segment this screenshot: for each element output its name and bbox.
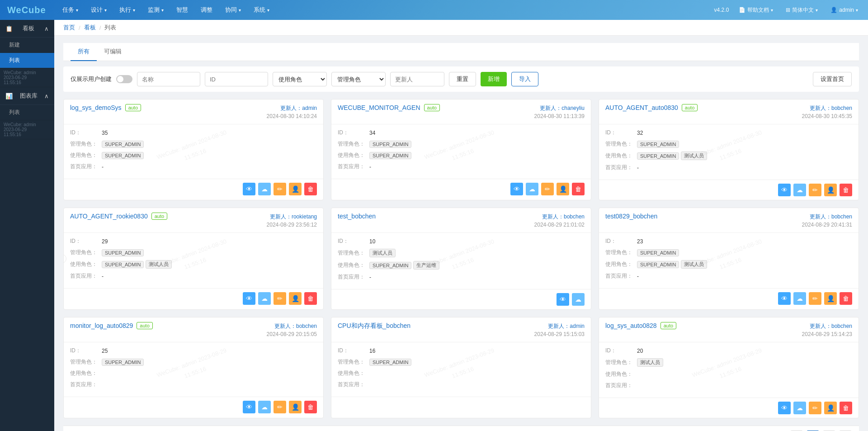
- card-3-delete-btn[interactable]: 🗑: [840, 184, 852, 196]
- sidebar-item-list[interactable]: 列表: [0, 53, 54, 68]
- card-1-cloud-btn[interactable]: ☁: [258, 183, 271, 195]
- sidebar-item-new[interactable]: 新建: [0, 38, 54, 53]
- main-layout: 📋 看板 ∧ 新建 列表 WeCube: admin2023-06-2911:5…: [0, 20, 868, 431]
- card-6-view-btn[interactable]: 👁: [778, 292, 791, 305]
- card-5-title[interactable]: test_bobchen: [338, 213, 376, 220]
- nav-item-task[interactable]: 任务 ▾: [57, 4, 84, 16]
- lang-chevron: ▾: [816, 8, 818, 13]
- card-2-edit-btn[interactable]: ✏: [541, 183, 554, 195]
- use-role-filter-select[interactable]: 使用角色: [273, 72, 327, 86]
- nav-item-design[interactable]: 设计 ▾: [85, 4, 112, 16]
- card-1-delete-btn[interactable]: 🗑: [304, 183, 317, 195]
- card-9-title[interactable]: log_sys_auto0828: [605, 322, 657, 329]
- card-2-view-btn[interactable]: 👁: [510, 183, 523, 195]
- card-6-title[interactable]: test0829_bobchen: [605, 213, 657, 220]
- card-1-title[interactable]: log_sys_demoSys: [70, 104, 122, 111]
- lang-icon: ⊞: [786, 7, 790, 13]
- card-3-user-btn[interactable]: 👤: [824, 184, 837, 196]
- card-9-title-row: log_sys_auto0828 auto: [605, 322, 676, 329]
- card-3-edit-btn[interactable]: ✏: [809, 184, 821, 196]
- card-8-field-use: 使用角色：: [338, 369, 585, 377]
- sidebar-watermark-2: WeCube: admin2023-06-2911:55:16: [0, 120, 54, 139]
- id-filter-input[interactable]: [205, 72, 268, 86]
- reset-button[interactable]: 重置: [449, 72, 476, 86]
- manage-role-filter-select[interactable]: 管理角色: [331, 72, 386, 86]
- card-7-view-btn[interactable]: 👁: [243, 401, 255, 413]
- card-4-view-btn[interactable]: 👁: [243, 292, 255, 305]
- card-1-edit-btn[interactable]: ✏: [274, 183, 286, 195]
- card-9-user-btn[interactable]: 👤: [824, 402, 837, 414]
- user-only-toggle[interactable]: [116, 75, 132, 83]
- sidebar-watermark-1: WeCube: admin2023-06-2911:55:16: [0, 68, 54, 87]
- card-6-body: ID： 23 管理角色： SUPER_ADMIN 使用角色： SUPER_ADM…: [599, 233, 859, 288]
- card-3-footer: 👁 ☁ ✏ 👤 🗑: [599, 180, 859, 200]
- card-3-title[interactable]: AUTO_AGENT_auto0830: [605, 104, 678, 111]
- card-6-meta: 更新人：bobchen 2024-08-29 20:41:31: [802, 213, 852, 229]
- nav-item-system[interactable]: 系统 ▾: [248, 4, 275, 16]
- nav-item-adjust[interactable]: 调整: [195, 4, 218, 16]
- nav-item-wisdom[interactable]: 智慧: [171, 4, 193, 16]
- nav-item-monitor[interactable]: 监测 ▾: [142, 4, 169, 16]
- card-7-cloud-btn[interactable]: ☁: [258, 401, 271, 413]
- card-9-delete-btn[interactable]: 🗑: [840, 402, 852, 414]
- card-9-edit-btn[interactable]: ✏: [809, 402, 821, 414]
- tab-all[interactable]: 所有: [71, 43, 97, 61]
- sidebar-item-charts-list[interactable]: 列表: [0, 105, 54, 120]
- card-2-delete-btn[interactable]: 🗑: [572, 183, 585, 195]
- card-4-title-row: AUTO_AGENT_rookie0830 auto: [70, 213, 167, 220]
- card-6-delete-btn[interactable]: 🗑: [840, 292, 852, 305]
- card-5-view-btn[interactable]: 👁: [557, 293, 569, 306]
- card-4-user-btn[interactable]: 👤: [289, 292, 302, 305]
- card-6-edit-btn[interactable]: ✏: [809, 292, 821, 305]
- card-7-body: ID： 25 管理角色： SUPER_ADMIN 使用角色： 首页应用：: [64, 342, 323, 397]
- import-button[interactable]: 导入: [511, 72, 538, 86]
- card-8-title[interactable]: CPU和内存看板_bobchen: [338, 322, 410, 330]
- logo: WeCube: [7, 5, 46, 15]
- card-3-cloud-btn[interactable]: ☁: [793, 184, 806, 196]
- card-6-user-btn[interactable]: 👤: [824, 292, 837, 305]
- card-7-title[interactable]: monitor_log_auto0829: [70, 322, 133, 329]
- card-1-update-time: 2024-08-30 14:10:24: [267, 112, 317, 120]
- card-9: WeCube: admin 2023-08-2911:55:16 log_sys…: [599, 317, 859, 418]
- nav-item-collab[interactable]: 协同 ▾: [220, 4, 246, 16]
- updater-filter-input[interactable]: [390, 72, 444, 86]
- nav-item-execute[interactable]: 执行 ▾: [114, 4, 141, 16]
- new-button[interactable]: 新增: [481, 72, 507, 86]
- card-8-update-time: 2024-08-29 15:15:03: [534, 330, 585, 338]
- card-7-delete-btn[interactable]: 🗑: [304, 401, 317, 413]
- card-6-field-mgr: 管理角色： SUPER_ADMIN: [605, 249, 852, 256]
- lang-btn[interactable]: ⊞ 简体中文 ▾: [783, 5, 821, 15]
- help-docs-btn[interactable]: 📄 帮助文档 ▾: [736, 5, 776, 15]
- card-1-tag: auto: [125, 104, 141, 111]
- card-3-view-btn[interactable]: 👁: [778, 184, 791, 196]
- card-4-body: ID： 29 管理角色： SUPER_ADMIN 使用角色： SUPER_ADM…: [64, 233, 323, 288]
- sidebar-header-charts[interactable]: 📊 图表库 ∧: [0, 87, 54, 105]
- card-8-field-mgr: 管理角色： SUPER_ADMIN: [338, 358, 585, 366]
- card-1-field-mgr: 管理角色： SUPER_ADMIN: [70, 140, 317, 148]
- card-5-cloud-btn[interactable]: ☁: [572, 293, 585, 306]
- card-3-field-mgr: 管理角色： SUPER_ADMIN: [605, 140, 852, 148]
- breadcrumb-kanban[interactable]: 看板: [84, 24, 96, 32]
- card-2-user-btn[interactable]: 👤: [557, 183, 569, 195]
- card-6-cloud-btn[interactable]: ☁: [793, 292, 806, 305]
- card-7-user-btn[interactable]: 👤: [289, 401, 302, 413]
- set-home-button[interactable]: 设置首页: [813, 72, 852, 86]
- card-4-title[interactable]: AUTO_AGENT_rookie0830: [70, 213, 148, 220]
- user-btn[interactable]: 👤 admin ▾: [828, 6, 861, 14]
- card-2-cloud-btn[interactable]: ☁: [526, 183, 538, 195]
- breadcrumb-home[interactable]: 首页: [63, 24, 75, 32]
- card-7-edit-btn[interactable]: ✏: [274, 401, 286, 413]
- card-4-cloud-btn[interactable]: ☁: [258, 292, 271, 305]
- card-1-view-btn[interactable]: 👁: [243, 183, 255, 195]
- card-2-title[interactable]: WECUBE_MONITOR_AGEN: [338, 104, 420, 111]
- card-7-field-home: 首页应用：: [70, 381, 317, 388]
- name-filter-input[interactable]: [137, 72, 200, 86]
- tab-editable[interactable]: 可编辑: [97, 43, 129, 61]
- card-4-delete-btn[interactable]: 🗑: [304, 292, 317, 305]
- sidebar-header-kanban[interactable]: 📋 看板 ∧: [0, 20, 54, 38]
- card-1-user-btn[interactable]: 👤: [289, 183, 302, 195]
- card-9-cloud-btn[interactable]: ☁: [793, 402, 806, 414]
- card-4-edit-btn[interactable]: ✏: [274, 292, 286, 305]
- card-1-field-use: 使用角色： SUPER_ADMIN: [70, 152, 317, 159]
- card-9-view-btn[interactable]: 👁: [778, 402, 791, 414]
